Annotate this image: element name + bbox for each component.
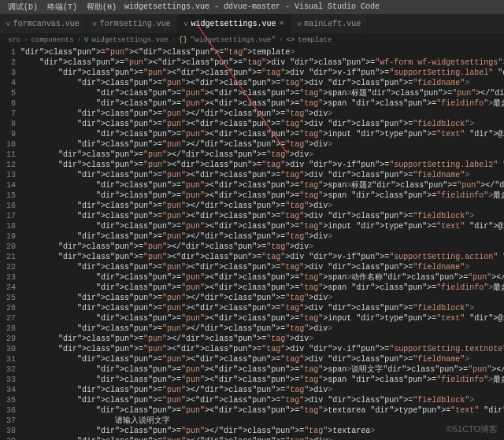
chevron-right-icon: › <box>22 36 29 44</box>
tab-label: mainLeft.vue <box>304 20 361 28</box>
vue-icon: V <box>184 20 188 28</box>
vue-icon: V <box>93 20 97 28</box>
chevron-right-icon: › <box>170 36 177 44</box>
tab-mainleft[interactable]: VmainLeft.vue <box>291 14 369 33</box>
tag-icon: <> <box>284 36 296 44</box>
tab-formsetting[interactable]: Vformsetting.vue <box>87 14 178 33</box>
watermark: ©51CTO博客 <box>447 423 498 435</box>
code-content[interactable]: "dir">class"pun">="pun"><"dir">class"pun… <box>20 47 504 440</box>
tab-label: formsetting.vue <box>100 20 171 28</box>
line-gutter: 1234567891011121314151617181920212223242… <box>0 47 20 440</box>
tab-widgetsettings[interactable]: Vwidgetsettings.vue× <box>178 14 291 33</box>
vue-icon: V <box>6 20 10 28</box>
chevron-right-icon: › <box>76 36 83 44</box>
breadcrumb[interactable]: src› components› Vwidgetsettings.vue› {}… <box>0 33 504 47</box>
menu-bar[interactable]: 调试(D) 终端(T) 帮助(H) <box>0 0 504 14</box>
menu-terminal[interactable]: 终端(T) <box>43 2 82 13</box>
vue-icon: V <box>83 36 90 44</box>
tab-label: formcanvas.vue <box>13 20 80 28</box>
editor-tabs: Vformcanvas.vue Vformsetting.vue Vwidget… <box>0 14 504 33</box>
close-icon[interactable]: × <box>280 20 284 28</box>
bc-item[interactable]: "widgetsettings.vue" <box>189 36 277 44</box>
tab-label: widgetsettings.vue <box>191 20 276 28</box>
tab-formcanvas[interactable]: Vformcanvas.vue <box>0 14 87 33</box>
bc-item[interactable]: template <box>296 36 333 44</box>
bc-item[interactable]: src <box>6 36 22 44</box>
chevron-right-icon: › <box>277 36 284 44</box>
code-editor[interactable]: 1234567891011121314151617181920212223242… <box>0 47 504 440</box>
vue-icon: V <box>298 20 302 28</box>
bc-item[interactable]: widgetsettings.vue <box>90 36 169 44</box>
menu-help[interactable]: 帮助(H) <box>82 2 121 13</box>
bc-item[interactable]: components <box>30 36 76 44</box>
menu-debug[interactable]: 调试(D) <box>3 2 43 13</box>
